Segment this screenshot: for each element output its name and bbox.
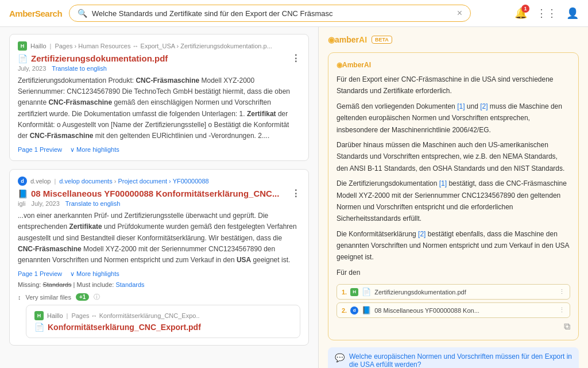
result-card-1: H Haillo | Pages › Human Resources ↔ Exp…	[9, 34, 309, 161]
ai-footer: 1. H 📄 Zertifizierungsdokumentation.pdf …	[336, 284, 570, 318]
ai-ref-4[interactable]: [2]	[418, 230, 425, 238]
ai-ref-2[interactable]: [2]	[480, 102, 488, 110]
ai-para-1: Für den Export einer CNC-Fräsmaschine in…	[336, 74, 570, 97]
main-content: H Haillo | Pages › Human Resources ↔ Exp…	[0, 27, 588, 368]
result-2-breadcrumb: d.velop documents › Project document › Y…	[59, 178, 208, 185]
similar-files-label: Very similar files	[26, 294, 71, 301]
dvelop-logo-icon: d	[18, 177, 27, 186]
sub-result-title[interactable]: 📄 Konformitätserklärung_CNC_Export.pdf	[34, 323, 292, 332]
word-icon: 📘	[18, 189, 28, 198]
amber-ai-logo: ◉amberAI	[328, 35, 367, 44]
ai-ref-haillo-icon: H	[350, 288, 358, 296]
ai-para-4: Die Zertifizierungsdokumentation [1] bes…	[336, 178, 570, 225]
result-2-more-button[interactable]: ⋮	[291, 188, 300, 199]
copy-button[interactable]: ⧉	[336, 321, 570, 332]
result-1-source: Haillo	[30, 43, 47, 49]
result-1-meta: H Haillo | Pages › Human Resources ↔ Exp…	[18, 41, 300, 51]
result-2-translate-link[interactable]: Translate to english	[65, 200, 121, 207]
result-1-translate-link[interactable]: Translate to english	[52, 65, 107, 72]
ai-para-5: Die Konformitätserklärung [2] bestätigt …	[336, 228, 570, 263]
ai-para-6: Für den	[336, 267, 570, 278]
ai-source-label: ◉AmberAI	[336, 61, 570, 69]
similar-files-icon: ↕	[18, 294, 21, 301]
result-2-missing-bar: Missing: Standards | Must include: Stand…	[18, 281, 300, 288]
sub-result-card: H Haillo | Pages ↔ Konformitätserklärung…	[26, 305, 300, 338]
similar-files-badge: +1	[76, 293, 89, 301]
results-panel: H Haillo | Pages › Human Resources ↔ Exp…	[0, 27, 319, 368]
ai-response-card: ◉AmberAI Für den Export einer CNC-Fräsma…	[328, 52, 579, 340]
search-bar: 🔍 ×	[69, 5, 471, 22]
result-2-date: igli July, 2023 Translate to english	[18, 200, 300, 207]
ai-ref-pdf-icon: 📄	[362, 288, 371, 296]
ai-ref-word-icon: 📘	[362, 306, 371, 315]
header: AmberSearch 🔍 × 🔔 1 ⋮⋮ 👤	[0, 0, 588, 27]
suggestion-1[interactable]: 💬 Welche europäischen Normen und Vorschr…	[328, 347, 579, 368]
ai-panel-header: ◉amberAI BETA	[328, 35, 579, 44]
result-2-highlights-link[interactable]: ∨ More highlights	[70, 270, 119, 278]
result-1-more-button[interactable]: ⋮	[291, 53, 300, 64]
sub-result-source: Haillo	[47, 312, 63, 319]
ai-doc-ref-1: 1. H 📄 Zertifizierungsdokumentation.pdf …	[336, 284, 570, 300]
ai-ref-1[interactable]: [1]	[457, 102, 465, 110]
chat-icon-1: 💬	[335, 353, 345, 362]
ai-doc-ref-2: 2. d 📘 08 Miscellaneous YF00000088 Kon..…	[336, 302, 570, 318]
ai-para-2: Gemäß den vorliegenden Dokumenten [1] un…	[336, 101, 570, 136]
search-icon: 🔍	[78, 9, 87, 18]
result-2-body: ...von einer anerkannten Prüf- und Zerti…	[18, 210, 300, 266]
ai-doc-ref-2-label: 08 Miscellaneous YF00000088 Kon...	[374, 307, 479, 314]
sub-result-meta: H Haillo | Pages ↔ Konformitätserklärung…	[34, 311, 292, 320]
ai-para-3: Darüber hinaus müssen die Maschinen auch…	[336, 139, 570, 174]
ai-ref-3[interactable]: [1]	[439, 179, 447, 187]
header-right: 🔔 1 ⋮⋮ 👤	[514, 7, 579, 20]
search-input[interactable]	[92, 9, 452, 18]
search-clear-button[interactable]: ×	[457, 8, 462, 18]
ai-body: Für den Export einer CNC-Fräsmaschine in…	[336, 74, 570, 278]
user-button[interactable]: 👤	[566, 7, 579, 20]
ai-panel: ◉amberAI BETA ◉AmberAI Für den Export ei…	[319, 27, 588, 368]
ai-doc-ref-1-more[interactable]: ⋮	[559, 288, 565, 296]
haillo-logo-icon: H	[18, 41, 27, 51]
result-1-body: Zertifizierungsdokumentation Produkt: CN…	[18, 75, 300, 141]
sub-haillo-logo-icon: H	[34, 311, 44, 320]
result-1-preview-link[interactable]: Page 1 Preview	[18, 146, 62, 154]
notification-badge: 1	[521, 5, 529, 13]
beta-badge: BETA	[372, 36, 392, 44]
ai-ref-dvelop-icon: d	[350, 306, 358, 315]
apps-button[interactable]: ⋮⋮	[536, 7, 557, 20]
result-2-preview-link[interactable]: Page 1 Preview	[18, 270, 62, 278]
result-2-title[interactable]: 📘 08 Miscellaneous YF00000088 Konformitä…	[18, 188, 300, 199]
ai-doc-ref-2-more[interactable]: ⋮	[559, 306, 565, 314]
suggestion-1-text: Welche europäischen Normen und Vorschrif…	[349, 352, 572, 368]
result-1-breadcrumb: Pages › Human Resources ↔ Export_USA › Z…	[55, 43, 272, 49]
result-1-title[interactable]: 📄 Zertifizierungsdokumentation.pdf ⋮	[18, 53, 300, 64]
pdf-icon: 📄	[18, 54, 28, 63]
sub-pdf-icon: 📄	[34, 323, 44, 332]
result-2-source: d.velop	[30, 178, 51, 185]
info-icon[interactable]: ⓘ	[94, 293, 100, 301]
result-1-highlights-link[interactable]: ∨ More highlights	[70, 146, 119, 154]
result-2-meta: d d.velop | d.velop documents › Project …	[18, 177, 300, 186]
result-1-date: July, 2023 Translate to english	[18, 65, 300, 72]
result-1-footer: Page 1 Preview ∨ More highlights	[18, 146, 300, 154]
ai-doc-ref-1-num: 1.	[342, 289, 347, 296]
similar-files-row: ↕ Very similar files +1 ⓘ	[18, 293, 300, 301]
result-2-footer: Page 1 Preview ∨ More highlights	[18, 270, 300, 278]
notification-button[interactable]: 🔔 1	[514, 7, 527, 20]
ai-doc-ref-2-num: 2.	[342, 307, 347, 314]
result-card-2: d d.velop | d.velop documents › Project …	[9, 169, 309, 346]
ai-doc-ref-1-label: Zertifizierungsdokumentation.pdf	[374, 289, 466, 296]
sub-result-breadcrumb: Pages ↔ Konformitätserklärung_CNC_Expo..	[71, 312, 199, 319]
logo: AmberSearch	[9, 9, 62, 18]
